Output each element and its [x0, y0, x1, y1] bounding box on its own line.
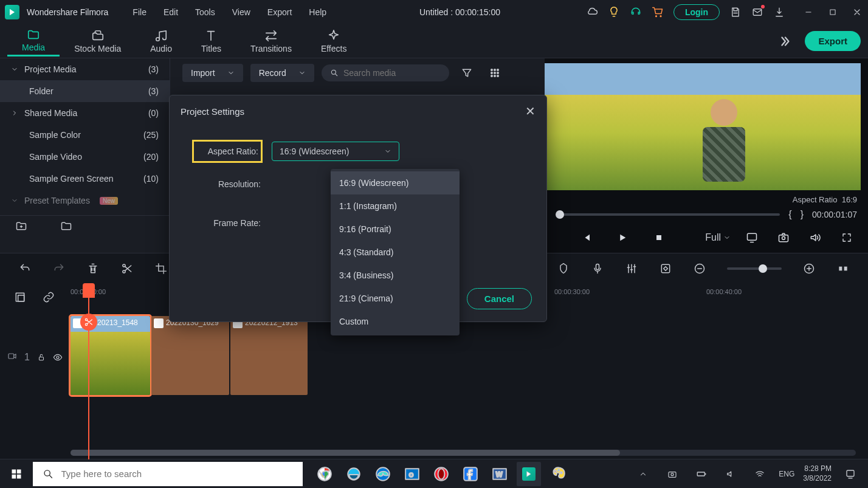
- volume-icon[interactable]: [805, 227, 825, 248]
- tab-transitions[interactable]: Transitions: [236, 27, 306, 56]
- preview-scrubber[interactable]: [556, 213, 780, 216]
- split-icon[interactable]: [117, 258, 137, 279]
- aspect-ratio-option[interactable]: 9:16 (Portrait): [331, 218, 460, 241]
- zoom-fit-icon[interactable]: [833, 258, 853, 279]
- taskbar-search-field[interactable]: [61, 469, 293, 479]
- tab-effects[interactable]: Effects: [306, 27, 362, 56]
- keyframe-icon[interactable]: [655, 258, 676, 279]
- taskbar-search[interactable]: [33, 462, 303, 486]
- facebook-icon[interactable]: [458, 462, 483, 486]
- aspect-ratio-option[interactable]: 3:4 (Business): [331, 264, 460, 287]
- snapshot-icon[interactable]: [773, 227, 794, 248]
- sidebar-item-preset-templates[interactable]: Preset TemplatesNew: [0, 190, 170, 211]
- stop-icon[interactable]: [649, 227, 669, 248]
- preview-video[interactable]: [545, 63, 861, 190]
- headset-icon[interactable]: [630, 6, 642, 18]
- search-media-input[interactable]: [322, 64, 449, 81]
- close-icon[interactable]: [851, 6, 863, 18]
- lock-icon[interactable]: [37, 347, 46, 368]
- system-clock[interactable]: 8:28 PM3/8/2022: [803, 464, 832, 483]
- start-button[interactable]: [0, 459, 33, 489]
- sidebar-item-folder[interactable]: Folder(3): [0, 80, 170, 102]
- play-icon[interactable]: [612, 227, 633, 248]
- aspect-ratio-option[interactable]: 4:3 (Standard): [331, 241, 460, 264]
- tab-stock-media[interactable]: Stock Media: [60, 27, 136, 56]
- bracket-left[interactable]: {: [788, 209, 791, 220]
- new-folder-icon[interactable]: [11, 216, 32, 236]
- minimize-icon[interactable]: [802, 6, 815, 18]
- timeline-clip[interactable]: 20220212_1913: [230, 316, 308, 395]
- record-dropdown[interactable]: Record: [250, 64, 314, 82]
- menu-view[interactable]: View: [225, 5, 258, 19]
- tray-battery-icon[interactable]: [691, 464, 712, 484]
- folder-icon[interactable]: [56, 216, 77, 236]
- menu-file[interactable]: File: [125, 5, 154, 19]
- timeline-layers-icon[interactable]: [11, 287, 29, 308]
- scissors-icon[interactable]: [80, 314, 97, 331]
- cart-icon[interactable]: [652, 6, 664, 18]
- language-indicator[interactable]: ENG: [779, 470, 794, 478]
- login-button[interactable]: Login: [673, 4, 720, 20]
- sidebar-item-sample-green-screen[interactable]: Sample Green Screen(10): [0, 168, 170, 190]
- notifications-icon[interactable]: [840, 464, 861, 484]
- cloud-icon[interactable]: [586, 6, 598, 18]
- timeline-scrollbar[interactable]: [71, 450, 856, 456]
- bracket-right[interactable]: }: [801, 209, 804, 220]
- aspect-ratio-select[interactable]: 16:9 (Widescreen): [272, 142, 399, 161]
- mail-icon[interactable]: [751, 6, 763, 18]
- link-icon[interactable]: [40, 287, 57, 308]
- menu-edit[interactable]: Edit: [156, 5, 185, 19]
- tab-media[interactable]: Media: [7, 26, 60, 57]
- tab-audio[interactable]: Audio: [136, 27, 187, 56]
- audio-mixer-icon[interactable]: [621, 258, 642, 279]
- voiceover-icon[interactable]: [587, 258, 608, 279]
- import-dropdown[interactable]: Import: [182, 64, 243, 82]
- fullscreen-icon[interactable]: [836, 227, 857, 248]
- sidebar-item-project-media[interactable]: Project Media(3): [0, 58, 170, 80]
- tab-titles[interactable]: Titles: [187, 27, 236, 56]
- timeline-clip[interactable]: 20220130_1629: [151, 316, 229, 395]
- zoom-out-icon[interactable]: [689, 258, 710, 279]
- crop-icon[interactable]: [151, 258, 171, 279]
- close-icon[interactable]: ✕: [525, 104, 536, 119]
- save-icon[interactable]: [729, 6, 742, 18]
- eye-icon[interactable]: [53, 347, 63, 368]
- zoom-slider[interactable]: [727, 267, 782, 270]
- outlook-icon[interactable]: o: [400, 462, 424, 486]
- prev-frame-icon[interactable]: [576, 227, 596, 248]
- redo-icon[interactable]: [49, 258, 69, 279]
- filter-icon[interactable]: [456, 63, 477, 83]
- sidebar-item-sample-color[interactable]: Sample Color(25): [0, 124, 170, 146]
- edge-icon[interactable]: [371, 462, 395, 486]
- sidebar-item-sample-video[interactable]: Sample Video(20): [0, 146, 170, 168]
- zoom-in-icon[interactable]: [799, 258, 819, 279]
- marker-icon[interactable]: [553, 258, 574, 279]
- lightbulb-icon[interactable]: [608, 6, 620, 18]
- playhead[interactable]: [88, 283, 89, 459]
- menu-tools[interactable]: Tools: [188, 5, 222, 19]
- filmora-taskbar-icon[interactable]: [517, 462, 541, 486]
- tray-wifi-icon[interactable]: [749, 464, 770, 484]
- paint-icon[interactable]: [546, 462, 570, 486]
- cancel-button[interactable]: Cancel: [467, 288, 532, 309]
- grid-view-icon[interactable]: [484, 63, 505, 83]
- expand-tabs-icon[interactable]: [774, 31, 795, 52]
- quality-dropdown[interactable]: Full: [705, 232, 731, 243]
- download-icon[interactable]: [773, 6, 785, 18]
- menu-help[interactable]: Help: [301, 5, 334, 19]
- export-button[interactable]: Export: [805, 31, 861, 51]
- undo-icon[interactable]: [15, 258, 35, 279]
- delete-icon[interactable]: [83, 258, 103, 279]
- search-field[interactable]: [343, 68, 441, 78]
- aspect-ratio-option[interactable]: 1:1 (Instagram): [331, 194, 460, 218]
- tray-volume-icon[interactable]: [720, 464, 741, 484]
- word-icon[interactable]: W: [487, 462, 512, 486]
- opera-icon[interactable]: [429, 462, 453, 486]
- menu-export[interactable]: Export: [260, 5, 299, 19]
- aspect-ratio-option[interactable]: 21:9 (Cinema): [331, 287, 460, 310]
- maximize-icon[interactable]: [827, 6, 839, 18]
- tray-chevron-icon[interactable]: [633, 464, 653, 484]
- display-icon[interactable]: [742, 227, 762, 248]
- tray-camera-icon[interactable]: [662, 464, 683, 484]
- chrome-icon[interactable]: [312, 462, 337, 486]
